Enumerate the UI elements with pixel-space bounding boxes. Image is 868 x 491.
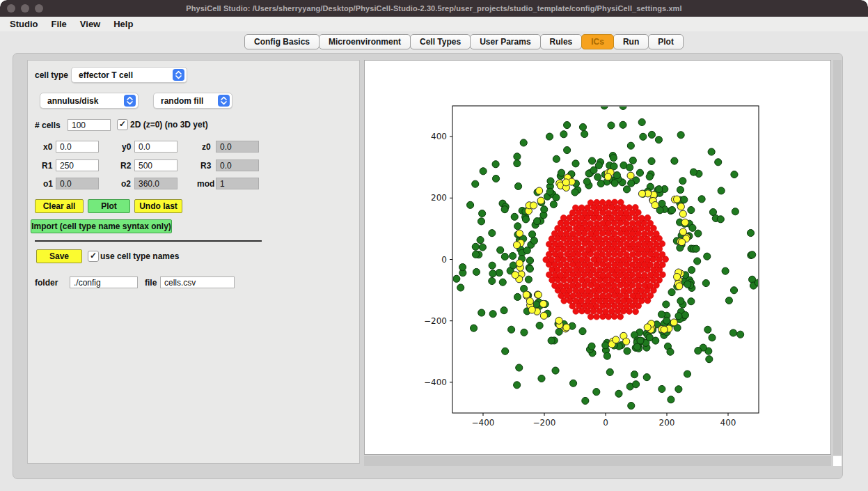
z0-input <box>216 141 259 153</box>
menu-item-studio[interactable]: Studio <box>10 19 38 29</box>
r1-input[interactable] <box>56 159 99 171</box>
cell-type-label: cell type <box>35 70 68 80</box>
svg-text:200: 200 <box>659 418 675 428</box>
window-controls <box>7 4 43 13</box>
y0-label: y0 <box>122 142 131 152</box>
divider <box>35 240 262 242</box>
clear-all-button[interactable]: Clear all <box>35 199 84 213</box>
o1-label: o1 <box>43 179 53 189</box>
window-zoom-button[interactable] <box>35 4 43 13</box>
tab-user-params[interactable]: User Params <box>470 34 540 49</box>
x0-input[interactable] <box>56 141 99 153</box>
menu-item-help[interactable]: Help <box>113 19 133 29</box>
app-window: PhysiCell Studio: /Users/sherryyang/Desk… <box>0 0 868 491</box>
tab-bar: Config BasicsMicroenvironmentCell TypesU… <box>245 34 684 49</box>
scrollbar-corner <box>833 456 842 466</box>
tab-ics[interactable]: ICs <box>581 34 614 49</box>
r1-label: R1 <box>42 161 52 171</box>
r3-label: R3 <box>200 161 211 171</box>
menu-item-view[interactable]: View <box>80 19 100 29</box>
tab-config-basics[interactable]: Config Basics <box>244 34 319 49</box>
tab-plot[interactable]: Plot <box>648 34 684 49</box>
svg-text:400: 400 <box>431 132 447 141</box>
folder-input[interactable] <box>70 276 138 288</box>
svg-text:−200: −200 <box>424 316 447 326</box>
stepper-icon <box>173 69 184 81</box>
use-cell-type-names-label: use cell type names <box>100 251 179 261</box>
stepper-icon <box>124 95 136 107</box>
y0-input[interactable] <box>134 141 177 153</box>
window-close-button[interactable] <box>7 4 15 13</box>
num-cells-label: # cells <box>35 120 61 130</box>
menubar: StudioFileViewHelp <box>0 17 868 31</box>
svg-text:−200: −200 <box>533 418 556 428</box>
x0-label: x0 <box>43 142 52 152</box>
mod-label: mod <box>197 179 214 189</box>
r2-label: R2 <box>120 161 131 171</box>
plot-button[interactable]: Plot <box>88 199 130 213</box>
menu-item-file[interactable]: File <box>51 19 66 29</box>
mod-input <box>216 178 259 189</box>
geometry-value: annulus/disk <box>47 96 98 106</box>
cell-type-value: effector T cell <box>79 70 133 80</box>
file-input[interactable] <box>160 276 235 288</box>
ics-plot-canvas: −400−2000200400−400−2000200400 <box>365 61 830 454</box>
tab-rules[interactable]: Rules <box>540 34 583 49</box>
plot-panel: −400−2000200400−400−2000200400 <box>364 60 831 455</box>
tab-cell-types[interactable]: Cell Types <box>410 34 471 49</box>
num-cells-input[interactable] <box>68 119 111 131</box>
o1-input <box>56 178 99 189</box>
svg-text:−400: −400 <box>424 377 447 387</box>
cell-type-dropdown[interactable]: effector T cell <box>71 67 187 83</box>
o2-label: o2 <box>121 179 131 189</box>
r2-input[interactable] <box>134 159 177 171</box>
tab-run[interactable]: Run <box>613 34 649 49</box>
horizontal-scrollbar[interactable] <box>364 456 831 466</box>
use-cell-type-names-checkbox[interactable]: ✓ <box>88 251 99 262</box>
ics-plot-area: −400−2000200400−400−2000200400 <box>364 60 842 467</box>
vertical-scrollbar[interactable] <box>833 60 842 455</box>
import-button[interactable]: Import (cell type name syntax only) <box>31 219 172 233</box>
svg-text:200: 200 <box>431 193 447 203</box>
svg-text:0: 0 <box>603 418 608 428</box>
fill-mode-dropdown[interactable]: random fill <box>153 93 232 109</box>
2d-checkbox-label: 2D (z=0) (no 3D yet) <box>130 120 208 130</box>
save-button[interactable]: Save <box>36 249 82 263</box>
file-label: file <box>145 278 157 288</box>
folder-label: folder <box>35 278 58 288</box>
2d-checkbox[interactable]: ✓ <box>117 119 128 130</box>
stepper-icon <box>218 95 230 107</box>
fill-mode-value: random fill <box>161 96 203 106</box>
main-container: cell type effector T cell annulus/disk r… <box>13 53 843 479</box>
window-minimize-button[interactable] <box>21 4 29 13</box>
window-title: PhysiCell Studio: /Users/sherryyang/Desk… <box>186 4 681 13</box>
titlebar: PhysiCell Studio: /Users/sherryyang/Desk… <box>0 0 868 17</box>
svg-text:400: 400 <box>720 418 736 428</box>
svg-text:0: 0 <box>441 255 447 265</box>
tab-microenvironment[interactable]: Microenvironment <box>319 34 411 49</box>
o2-input <box>134 178 177 189</box>
z0-label: z0 <box>202 142 211 152</box>
undo-last-button[interactable]: Undo last <box>134 199 182 213</box>
geometry-dropdown[interactable]: annulus/disk <box>40 93 139 109</box>
r3-input <box>216 159 259 171</box>
ics-left-panel: cell type effector T cell annulus/disk r… <box>27 60 360 464</box>
svg-text:−400: −400 <box>472 418 495 428</box>
